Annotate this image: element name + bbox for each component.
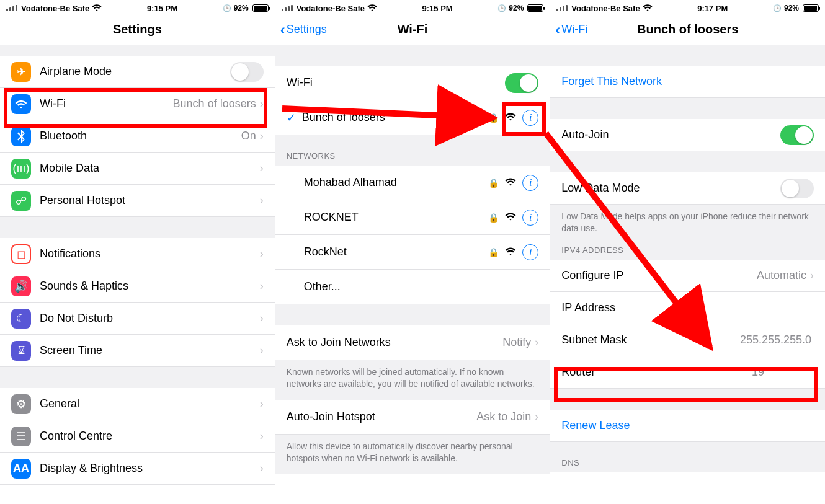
row-hotspot[interactable]: ☍ Personal Hotspot › [0, 185, 275, 217]
check-icon: ✓ [287, 111, 296, 125]
row-label: Personal Hotspot [40, 194, 259, 207]
chevron-right-icon: › [260, 344, 264, 357]
row-value: Bunch of loosers [173, 97, 256, 110]
page-title: Bunch of loosers [637, 22, 738, 37]
row-label: General [40, 397, 259, 410]
row-label: IP Address [561, 301, 814, 314]
chevron-right-icon: › [260, 430, 264, 443]
row-label: Other... [304, 280, 539, 293]
wifi-toggle[interactable] [505, 73, 538, 93]
row-general[interactable]: ⚙︎ General › [0, 388, 275, 420]
screen-settings: Vodafone-Be Safe 9:15 PM 🕒 92% Settings … [0, 0, 275, 504]
row-network[interactable]: ROCKNET 🔒 i [275, 200, 550, 235]
status-bar: Vodafone-Be Safe 9:17 PM 🕒 92% [550, 0, 825, 15]
info-icon[interactable]: i [522, 110, 538, 126]
chevron-right-icon: › [810, 269, 814, 282]
moon-icon: ☾ [11, 309, 31, 329]
alarm-icon: 🕒 [773, 4, 782, 12]
navbar: ‹ Wi-Fi Bunch of loosers [550, 15, 825, 45]
chevron-right-icon: › [260, 397, 264, 410]
status-bar: Vodafone-Be Safe 9:15 PM 🕒 92% [275, 0, 550, 15]
forget-link[interactable]: Forget This Network [561, 75, 814, 88]
lock-icon: 🔒 [488, 213, 499, 223]
notifications-icon: ◻︎ [11, 244, 31, 264]
row-configure-ip[interactable]: Configure IP Automatic › [550, 260, 825, 292]
row-value: Ask to Join [476, 410, 531, 423]
ipv4-header: IPV4 ADDRESS [550, 242, 825, 260]
row-wifi-toggle[interactable]: Wi-Fi [275, 66, 550, 100]
row-label: Wi-Fi [287, 76, 506, 89]
network-name: Bunch of loosers [302, 111, 489, 124]
network-name: ROCKNET [304, 211, 489, 224]
row-label: Screen Time [40, 344, 259, 357]
row-renew-lease[interactable]: Renew Lease [550, 410, 825, 442]
row-notifications[interactable]: ◻︎ Notifications › [0, 238, 275, 270]
chevron-right-icon: › [260, 462, 264, 475]
back-button[interactable]: ‹ Wi-Fi [555, 21, 587, 38]
row-router: Router 19 [550, 356, 825, 389]
row-mobile-data[interactable]: (ııı) Mobile Data › [0, 153, 275, 185]
row-label: Do Not Disturb [40, 312, 259, 325]
row-low-data[interactable]: Low Data Mode [550, 172, 825, 205]
row-ip-address: IP Address [550, 292, 825, 324]
row-wifi[interactable]: Wi-Fi Bunch of loosers › [0, 88, 275, 120]
row-screentime[interactable]: ⌛︎ Screen Time › [0, 335, 275, 367]
navbar: Settings [0, 15, 275, 45]
row-network[interactable]: RockNet 🔒 i [275, 235, 550, 270]
info-icon[interactable]: i [522, 175, 538, 191]
chevron-right-icon: › [260, 97, 264, 110]
renew-link[interactable]: Renew Lease [561, 419, 814, 432]
chevron-right-icon: › [260, 162, 264, 175]
row-value: Notify [502, 336, 531, 349]
row-label: Low Data Mode [561, 182, 780, 195]
info-icon[interactable]: i [522, 244, 538, 260]
info-icon[interactable]: i [522, 210, 538, 226]
row-ask-to-join[interactable]: Ask to Join Networks Notify › [275, 325, 550, 360]
battery-icon [252, 4, 269, 12]
row-subnet-mask: Subnet Mask 255.255.255.0 [550, 324, 825, 356]
row-label: Display & Brightness [40, 462, 259, 475]
wifi-signal-icon [505, 212, 516, 223]
sliders-icon: ☰ [11, 427, 31, 446]
row-other-network[interactable]: Other... [275, 270, 550, 304]
row-label: Sounds & Haptics [40, 280, 259, 293]
carrier-label: Vodafone-Be Safe [297, 4, 365, 13]
row-value: Automatic [757, 269, 806, 282]
battery-icon [803, 4, 819, 12]
row-label: Airplane Mode [40, 65, 230, 78]
row-label: Auto-Join Hotspot [287, 410, 477, 423]
low-data-toggle[interactable] [780, 179, 814, 198]
wifi-signal-icon [505, 177, 516, 188]
chevron-right-icon: › [260, 194, 264, 207]
chevron-right-icon: › [260, 312, 264, 325]
airplane-toggle[interactable] [230, 62, 264, 82]
text-size-icon: AA [11, 459, 31, 479]
screen-wifi: Vodafone-Be Safe 9:15 PM 🕒 92% ‹ Setting… [275, 0, 551, 504]
row-auto-join[interactable]: Auto-Join [550, 119, 825, 151]
row-label: Notifications [40, 247, 259, 260]
row-label: Mobile Data [40, 162, 259, 175]
navbar: ‹ Settings Wi-Fi [275, 15, 550, 45]
signal-icon [282, 5, 293, 11]
row-forget-network[interactable]: Forget This Network [550, 66, 825, 98]
lock-icon: 🔒 [488, 247, 499, 257]
back-button[interactable]: ‹ Settings [280, 21, 327, 38]
row-dnd[interactable]: ☾ Do Not Disturb › [0, 303, 275, 335]
sounds-icon: 🔊 [11, 276, 31, 296]
wifi-icon [643, 4, 653, 13]
back-label: Wi-Fi [561, 23, 587, 36]
row-value: On [241, 130, 256, 143]
row-label: Control Centre [40, 430, 259, 443]
row-sounds[interactable]: 🔊 Sounds & Haptics › [0, 270, 275, 303]
carrier-label: Vodafone-Be Safe [21, 4, 89, 13]
row-airplane[interactable]: ✈︎ Airplane Mode [0, 56, 275, 88]
auto-join-toggle[interactable] [780, 125, 814, 145]
row-network[interactable]: Mohabad Alhamad 🔒 i [275, 166, 550, 200]
row-display[interactable]: AA Display & Brightness › [0, 453, 275, 485]
row-current-network[interactable]: ✓ Bunch of loosers 🔒 i [275, 100, 550, 135]
row-control-centre[interactable]: ☰ Control Centre › [0, 420, 275, 453]
row-bluetooth[interactable]: Bluetooth On › [0, 120, 275, 153]
chevron-right-icon: › [535, 410, 538, 423]
row-auto-join-hotspot[interactable]: Auto-Join Hotspot Ask to Join › [275, 400, 550, 435]
airplane-icon: ✈︎ [11, 62, 31, 82]
